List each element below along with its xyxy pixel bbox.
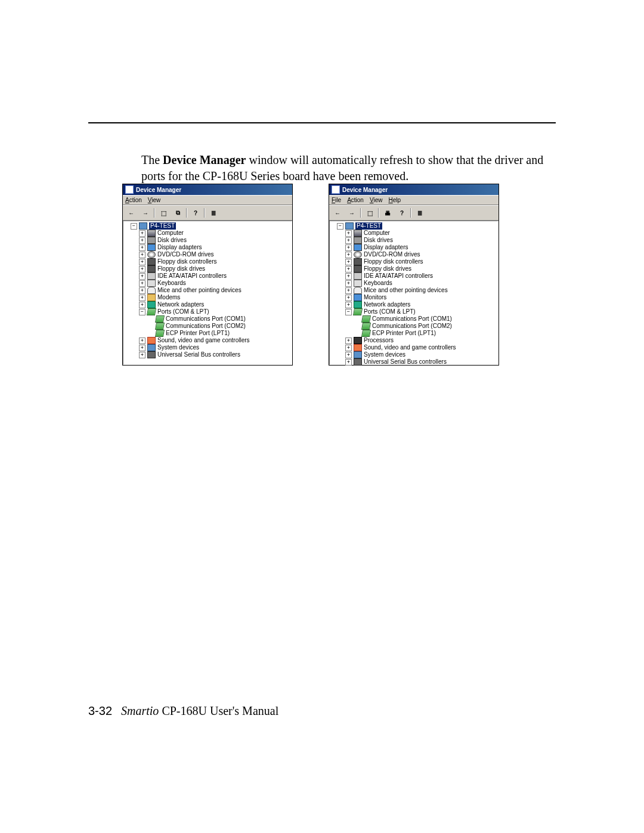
expander-icon[interactable]: +	[345, 345, 352, 351]
expander-icon[interactable]: −	[131, 223, 137, 230]
expander-icon[interactable]: +	[139, 273, 145, 280]
tree-node[interactable]: ECP Printer Port (LPT1)	[125, 330, 290, 337]
menu-item[interactable]: Action	[125, 197, 142, 203]
tree-node[interactable]: +Mice and other pointing devices	[125, 287, 290, 294]
tree-node[interactable]: +Network adapters	[125, 301, 290, 308]
toolbar-button[interactable]: ?	[396, 207, 408, 219]
expander-icon[interactable]: +	[345, 252, 352, 258]
tree-node[interactable]: +Disk drives	[331, 237, 497, 244]
tree-node[interactable]: +Display adapters	[331, 244, 497, 251]
expander-icon[interactable]: +	[345, 266, 352, 272]
toolbar-button[interactable]: →	[140, 207, 151, 219]
tree-node[interactable]: +IDE ATA/ATAPI controllers	[125, 272, 290, 280]
tree-node-label: Communications Port (COM1)	[166, 315, 246, 323]
expander-icon[interactable]: +	[139, 259, 145, 265]
tree-node[interactable]: +Floppy disk controllers	[125, 258, 290, 265]
expander-icon[interactable]: +	[139, 295, 145, 301]
expander-icon[interactable]: +	[345, 244, 352, 251]
tree-root[interactable]: − P4-TEST	[125, 222, 290, 230]
toolbar-separator	[410, 208, 411, 218]
expander-icon[interactable]: +	[345, 302, 352, 308]
menu-item[interactable]: View	[148, 197, 161, 203]
expander-icon[interactable]: +	[345, 230, 352, 237]
expander-icon[interactable]: −	[139, 309, 145, 315]
expander-icon[interactable]: +	[345, 359, 352, 366]
tree-node[interactable]: +Mice and other pointing devices	[331, 287, 497, 294]
tree-node[interactable]: Communications Port (COM1)	[125, 315, 290, 323]
tree-node[interactable]: +Disk drives	[125, 237, 290, 244]
toolbar-button[interactable]: ?	[190, 207, 202, 219]
tree-node[interactable]: Communications Port (COM2)	[331, 323, 497, 330]
tree-node[interactable]: +Universal Serial Bus controllers	[331, 358, 497, 366]
tree-node[interactable]: +Monitors	[331, 294, 497, 301]
tree-node[interactable]: +Floppy disk drives	[331, 265, 497, 272]
titlebar-left: Device Manager	[123, 184, 292, 195]
tree-node[interactable]: +Processors	[331, 337, 497, 344]
expander-icon[interactable]: +	[345, 237, 352, 244]
tree-node-label: Floppy disk controllers	[364, 258, 423, 265]
tree-node[interactable]: +Keyboards	[125, 280, 290, 287]
menu-item[interactable]: Help	[388, 197, 401, 203]
expander-icon[interactable]: +	[345, 337, 352, 344]
toolbar-button[interactable]: →	[346, 207, 358, 219]
expander-icon[interactable]: +	[139, 266, 145, 272]
toolbar-button[interactable]: ←	[332, 207, 343, 219]
floppy-icon	[354, 258, 362, 265]
expander-icon[interactable]: +	[139, 345, 145, 351]
expander-icon[interactable]: +	[345, 352, 352, 358]
tree-node[interactable]: Communications Port (COM1)	[331, 315, 497, 323]
menu-item[interactable]: View	[370, 197, 383, 203]
expander-icon[interactable]: −	[337, 223, 343, 230]
toolbar-button[interactable]: ≣	[414, 207, 426, 219]
tree-root[interactable]: − P4-TEST	[331, 222, 497, 230]
toolbar-button[interactable]: ⬚	[157, 207, 169, 219]
tree-node[interactable]: +Computer	[125, 230, 290, 237]
root-label: P4-TEST	[149, 222, 176, 230]
expander-icon[interactable]: +	[139, 337, 145, 344]
tree-node[interactable]: +Computer	[331, 230, 497, 237]
tree-node[interactable]: +Universal Serial Bus controllers	[125, 351, 290, 358]
tree-node[interactable]: +Sound, video and game controllers	[331, 344, 497, 351]
port-icon	[155, 323, 165, 330]
tree-node[interactable]: +Floppy disk drives	[125, 265, 290, 272]
toolbar-button[interactable]: ←	[125, 207, 137, 219]
expander-icon[interactable]: +	[139, 287, 145, 294]
tree-node[interactable]: +Display adapters	[125, 244, 290, 251]
page-number: 3-32	[88, 704, 112, 717]
tree-node[interactable]: +Sound, video and game controllers	[125, 337, 290, 344]
tree-node[interactable]: ECP Printer Port (LPT1)	[331, 330, 497, 337]
expander-icon[interactable]: +	[345, 273, 352, 280]
expander-icon[interactable]: −	[345, 309, 352, 315]
tree-node[interactable]: −Ports (COM & LPT)	[331, 308, 497, 315]
toolbar-button[interactable]: ≣	[208, 207, 219, 219]
expander-icon[interactable]: +	[139, 252, 145, 258]
tree-node[interactable]: +Network adapters	[331, 301, 497, 308]
tree-node[interactable]: +Modems	[125, 294, 290, 301]
tree-node-label: Disk drives	[157, 237, 187, 244]
port-icon	[361, 323, 371, 330]
tree-node[interactable]: +DVD/CD-ROM drives	[331, 251, 497, 258]
tree-node[interactable]: +System devices	[331, 351, 497, 358]
expander-icon[interactable]: +	[139, 280, 145, 287]
tree-node[interactable]: −Ports (COM & LPT)	[125, 308, 290, 315]
menu-item[interactable]: Action	[347, 197, 364, 203]
expander-icon[interactable]: +	[345, 259, 352, 265]
expander-icon[interactable]: +	[139, 237, 145, 244]
tree-node[interactable]: +Keyboards	[331, 280, 497, 287]
expander-icon[interactable]: +	[345, 295, 352, 301]
tree-node[interactable]: +Floppy disk controllers	[331, 258, 497, 265]
expander-icon[interactable]: +	[345, 280, 352, 287]
toolbar-button[interactable]: ⧉	[172, 207, 184, 219]
expander-icon[interactable]: +	[139, 302, 145, 308]
expander-icon[interactable]: +	[139, 352, 145, 358]
toolbar-button[interactable]: 🖶	[382, 207, 394, 219]
tree-node[interactable]: Communications Port (COM2)	[125, 323, 290, 330]
expander-icon[interactable]: +	[139, 230, 145, 237]
tree-node[interactable]: +System devices	[125, 344, 290, 351]
tree-node[interactable]: +DVD/CD-ROM drives	[125, 251, 290, 258]
toolbar-button[interactable]: ⬚	[364, 207, 376, 219]
menu-item[interactable]: File	[332, 197, 341, 203]
tree-node[interactable]: +IDE ATA/ATAPI controllers	[331, 272, 497, 280]
expander-icon[interactable]: +	[345, 287, 352, 294]
expander-icon[interactable]: +	[139, 244, 145, 251]
